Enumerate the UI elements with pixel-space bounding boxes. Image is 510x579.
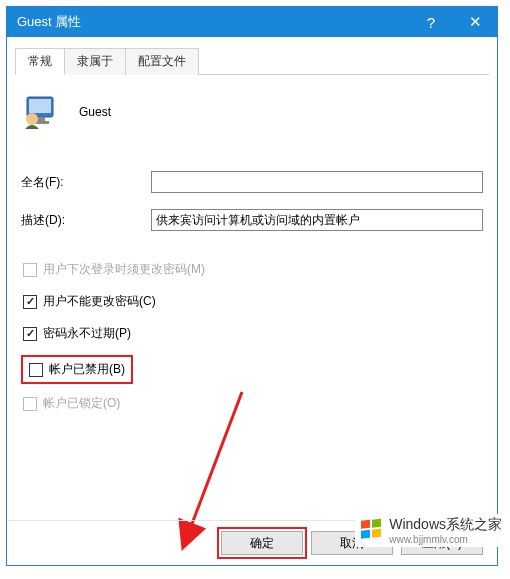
- check-cannot-change-password[interactable]: 用户不能更改密码(C): [21, 291, 483, 312]
- checkbox-group: 用户下次登录时须更改密码(M) 用户不能更改密码(C) 密码永不过期(P) 帐户…: [21, 259, 483, 414]
- svg-point-4: [26, 113, 38, 125]
- properties-dialog: Guest 属性 ? ✕ 常规 隶属于 配置文件 Guest 全名(F):: [6, 6, 498, 566]
- tab-profile[interactable]: 配置文件: [125, 48, 199, 75]
- tab-general[interactable]: 常规: [15, 48, 65, 75]
- description-input[interactable]: [151, 209, 483, 231]
- tab-strip: 常规 隶属于 配置文件: [15, 47, 489, 75]
- user-icon: [21, 93, 59, 131]
- close-button[interactable]: ✕: [453, 7, 497, 37]
- checkbox-icon: [23, 397, 37, 411]
- window-title: Guest 属性: [17, 13, 409, 31]
- windows-logo-icon: [359, 518, 385, 544]
- ok-button[interactable]: 确定: [221, 531, 303, 555]
- check-password-never-expires[interactable]: 密码永不过期(P): [21, 323, 483, 344]
- watermark-title: Windows系统之家: [389, 516, 502, 534]
- check-label: 密码永不过期(P): [43, 325, 131, 342]
- svg-rect-9: [372, 528, 381, 537]
- watermark-text: Windows系统之家 www.bjjmmlv.com: [389, 516, 502, 545]
- description-row: 描述(D):: [21, 209, 483, 231]
- check-account-locked: 帐户已锁定(O): [21, 393, 483, 414]
- tab-member-of[interactable]: 隶属于: [64, 48, 126, 75]
- description-label: 描述(D):: [21, 212, 151, 229]
- watermark-url: www.bjjmmlv.com: [389, 534, 502, 545]
- fullname-label: 全名(F):: [21, 174, 151, 191]
- svg-rect-8: [361, 529, 370, 538]
- check-must-change-password: 用户下次登录时须更改密码(M): [21, 259, 483, 280]
- check-label: 帐户已锁定(O): [43, 395, 120, 412]
- svg-rect-7: [372, 518, 381, 527]
- check-account-disabled-highlight: 帐户已禁用(B): [21, 355, 133, 384]
- checkbox-icon: [23, 263, 37, 277]
- checkbox-icon: [23, 327, 37, 341]
- fullname-input[interactable]: [151, 171, 483, 193]
- svg-rect-1: [29, 99, 51, 113]
- user-header: Guest: [21, 93, 483, 131]
- titlebar: Guest 属性 ? ✕: [7, 7, 497, 37]
- user-name-label: Guest: [79, 105, 111, 119]
- check-label: 用户下次登录时须更改密码(M): [43, 261, 205, 278]
- help-button[interactable]: ?: [409, 7, 453, 37]
- svg-rect-6: [361, 519, 370, 528]
- check-label[interactable]: 帐户已禁用(B): [49, 361, 125, 378]
- fullname-row: 全名(F):: [21, 171, 483, 193]
- checkbox-icon[interactable]: [29, 363, 43, 377]
- tab-content: Guest 全名(F): 描述(D): 用户下次登录时须更改密码(M) 用户不能…: [7, 75, 497, 414]
- check-label: 用户不能更改密码(C): [43, 293, 156, 310]
- checkbox-icon: [23, 295, 37, 309]
- watermark: Windows系统之家 www.bjjmmlv.com: [355, 514, 506, 547]
